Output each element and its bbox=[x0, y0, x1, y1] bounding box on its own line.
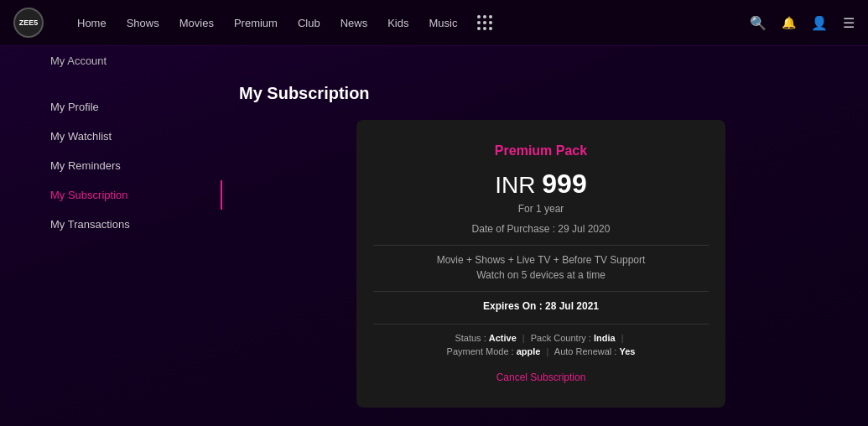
divider-1 bbox=[373, 245, 709, 246]
breadcrumb: My Account bbox=[0, 46, 868, 75]
duration-label: For 1 year bbox=[373, 203, 709, 215]
sidebar: My Profile My Watchlist My Reminders My … bbox=[0, 75, 222, 420]
price-prefix: INR bbox=[495, 172, 535, 198]
purchase-date-label: Date of Purchase : bbox=[472, 223, 555, 235]
notification-icon[interactable]: 🔔 bbox=[782, 16, 796, 29]
account-section: My Profile My Watchlist My Reminders My … bbox=[0, 75, 868, 420]
expiry-label: Expires On : bbox=[483, 300, 543, 312]
grid-icon[interactable] bbox=[477, 15, 493, 31]
header-left: ZEE5 Home Shows Movies Premium Club News… bbox=[13, 8, 493, 38]
status-row-2: Payment Mode : apple | Auto Renewal : Ye… bbox=[373, 346, 709, 356]
logo[interactable]: ZEE5 bbox=[13, 8, 44, 38]
nav-club[interactable]: Club bbox=[298, 17, 320, 29]
status-label: Status : bbox=[455, 333, 486, 343]
divider-3 bbox=[373, 324, 709, 325]
pack-country-value: India bbox=[594, 333, 616, 343]
nav-shows[interactable]: Shows bbox=[127, 17, 159, 29]
nav-news[interactable]: News bbox=[340, 17, 368, 29]
hamburger-icon[interactable]: ☰ bbox=[843, 15, 855, 31]
divider-2 bbox=[373, 291, 709, 292]
expiry-line: Expires On : 28 Jul 2021 bbox=[373, 300, 709, 312]
logo-text: ZEE5 bbox=[19, 18, 39, 27]
payment-mode-label: Payment Mode : bbox=[447, 346, 514, 356]
sidebar-item-profile[interactable]: My Profile bbox=[50, 92, 222, 122]
page-title: My Account bbox=[50, 55, 107, 67]
cancel-subscription-link[interactable]: Cancel Subscription bbox=[496, 371, 586, 383]
features-text: Movie + Shows + Live TV + Before TV Supp… bbox=[373, 254, 709, 266]
subscription-card: Premium Pack INR 999 For 1 year Date of … bbox=[356, 120, 725, 408]
purchase-date-value: 29 Jul 2020 bbox=[558, 223, 610, 235]
sidebar-item-watchlist[interactable]: My Watchlist bbox=[50, 122, 222, 151]
price-line: INR 999 bbox=[373, 169, 709, 200]
nav-music[interactable]: Music bbox=[429, 17, 457, 29]
nav-premium[interactable]: Premium bbox=[234, 17, 278, 29]
main-content: My Subscription Premium Pack INR 999 For… bbox=[222, 75, 868, 420]
sidebar-item-transactions[interactable]: My Transactions bbox=[50, 210, 222, 239]
subscription-heading: My Subscription bbox=[239, 84, 843, 103]
search-icon[interactable]: 🔍 bbox=[750, 15, 767, 31]
pack-title: Premium Pack bbox=[373, 143, 709, 158]
pack-country-label: Pack Country : bbox=[531, 333, 591, 343]
nav-home[interactable]: Home bbox=[77, 17, 107, 29]
price-value: 999 bbox=[542, 169, 586, 199]
status-row-1: Status : Active | Pack Country : India | bbox=[373, 333, 709, 343]
status-value: Active bbox=[489, 333, 517, 343]
nav-kids[interactable]: Kids bbox=[387, 17, 408, 29]
expiry-date: 28 Jul 2021 bbox=[545, 300, 599, 312]
sidebar-item-reminders[interactable]: My Reminders bbox=[50, 151, 222, 180]
user-icon[interactable]: 👤 bbox=[811, 15, 828, 31]
header: ZEE5 Home Shows Movies Premium Club News… bbox=[0, 0, 868, 46]
auto-renewal-label: Auto Renewal : bbox=[554, 346, 617, 356]
sidebar-item-subscription[interactable]: My Subscription bbox=[50, 180, 222, 210]
payment-mode-value: apple bbox=[517, 346, 541, 356]
auto-renewal-value: Yes bbox=[619, 346, 635, 356]
main-nav: Home Shows Movies Premium Club News Kids… bbox=[77, 15, 493, 31]
header-right: 🔍 🔔 👤 ☰ bbox=[750, 15, 855, 31]
purchase-date: Date of Purchase : 29 Jul 2020 bbox=[373, 223, 709, 235]
devices-text: Watch on 5 devices at a time bbox=[373, 269, 709, 281]
nav-movies[interactable]: Movies bbox=[179, 17, 214, 29]
